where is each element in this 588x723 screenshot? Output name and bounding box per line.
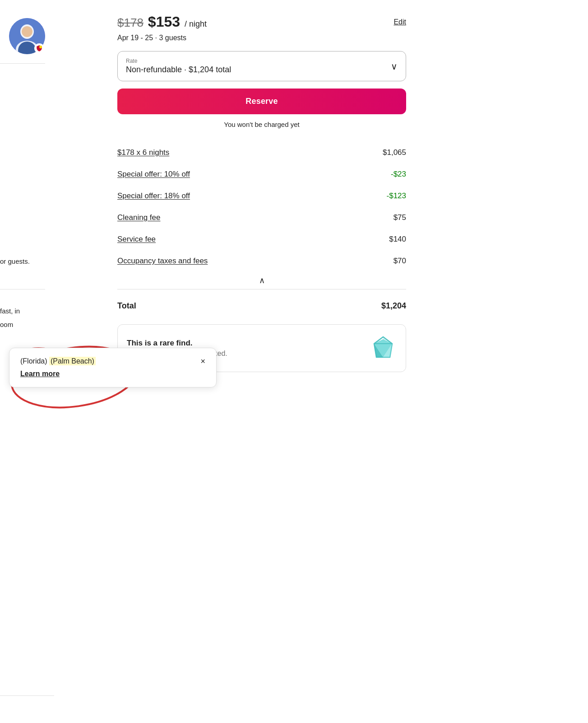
total-row: Total $1,204 xyxy=(117,293,406,317)
tooltip-popup: (Florida) (Palm Beach) × Learn more xyxy=(9,348,217,387)
total-label: Total xyxy=(117,301,136,311)
price-row-nights: $178 x 6 nights $1,065 xyxy=(117,142,406,163)
reserve-button[interactable]: Reserve xyxy=(117,89,406,114)
occupancy-label[interactable]: Occupancy taxes and fees xyxy=(117,257,208,266)
diamond-icon xyxy=(370,335,397,362)
rate-label: Rate xyxy=(126,58,231,64)
guests-text: 3 guests xyxy=(159,34,186,42)
service-label[interactable]: Service fee xyxy=(117,235,156,244)
pricing-card: $178 $153 / night Edit Apr 19 - 25 · 3 g… xyxy=(117,14,406,372)
left-divider-2 xyxy=(0,289,45,289)
tooltip-close-button[interactable]: × xyxy=(200,357,205,365)
rate-selector-content: Rate Non-refundable · $1,204 total xyxy=(126,58,231,75)
dates-guests: Apr 19 - 25 · 3 guests xyxy=(117,34,406,42)
rate-value: Non-refundable · $1,204 total xyxy=(126,65,231,75)
nights-value: $1,065 xyxy=(383,148,406,157)
offer-18-label[interactable]: Special offer: 18% off xyxy=(117,191,190,201)
offer-10-value: -$23 xyxy=(391,170,406,179)
shield-icon xyxy=(36,45,43,52)
price-header-row: $178 $153 / night Edit xyxy=(117,14,406,30)
no-charge-text: You won't be charged yet xyxy=(117,121,406,128)
chevron-down-icon: ∨ xyxy=(391,61,398,72)
offer-10-label[interactable]: Special offer: 10% off xyxy=(117,170,190,179)
nights-label[interactable]: $178 x 6 nights xyxy=(117,148,169,157)
price-row-offer-10: Special offer: 10% off -$23 xyxy=(117,163,406,185)
price-row-offer-18: Special offer: 18% off -$123 xyxy=(117,185,406,207)
left-divider-1 xyxy=(0,63,45,64)
chevron-up-area: ∧ xyxy=(117,272,406,285)
price-row-cleaning: Cleaning fee $75 xyxy=(117,207,406,229)
price-breakdown: $178 x 6 nights $1,065 Special offer: 10… xyxy=(117,142,406,317)
price-header-left: $178 $153 / night xyxy=(117,14,207,30)
page-container: or guests. fast, in oom $178 $153 / nigh… xyxy=(0,0,588,723)
svg-point-5 xyxy=(39,46,42,48)
tooltip-content: (Florida) (Palm Beach) × xyxy=(20,357,205,365)
occupancy-value: $70 xyxy=(394,257,406,266)
total-value: $1,204 xyxy=(381,301,406,311)
tooltip-palm-beach: (Palm Beach) xyxy=(49,357,96,365)
offer-18-value: -$123 xyxy=(387,191,406,201)
original-price: $178 xyxy=(117,16,144,30)
learn-more-link[interactable]: Learn more xyxy=(20,370,205,378)
service-value: $140 xyxy=(389,235,406,244)
avatar-badge xyxy=(34,43,44,53)
current-price: $153 xyxy=(148,14,180,30)
separator: · xyxy=(155,34,159,42)
dates-text: Apr 19 - 25 xyxy=(117,34,153,42)
left-fast-text: fast, in xyxy=(0,307,20,315)
rate-selector[interactable]: Rate Non-refundable · $1,204 total ∨ xyxy=(117,51,406,81)
bottom-divider xyxy=(0,695,54,696)
edit-link[interactable]: Edit xyxy=(394,18,406,26)
total-divider xyxy=(117,289,406,289)
price-row-occupancy: Occupancy taxes and fees $70 xyxy=(117,250,406,272)
tooltip-florida: (Florida) xyxy=(20,357,49,365)
per-night: / night xyxy=(185,19,207,29)
cleaning-value: $75 xyxy=(394,213,406,222)
tooltip-text-body: (Florida) (Palm Beach) xyxy=(20,357,200,365)
left-room-text: oom xyxy=(0,321,13,328)
price-row-service: Service fee $140 xyxy=(117,229,406,250)
chevron-up-icon: ∧ xyxy=(259,275,265,285)
left-guests-text: or guests. xyxy=(0,257,30,265)
cleaning-label[interactable]: Cleaning fee xyxy=(117,213,160,222)
svg-point-3 xyxy=(22,26,32,37)
rare-find-title: This is a rare find. xyxy=(127,339,370,348)
avatar-container xyxy=(9,18,45,54)
